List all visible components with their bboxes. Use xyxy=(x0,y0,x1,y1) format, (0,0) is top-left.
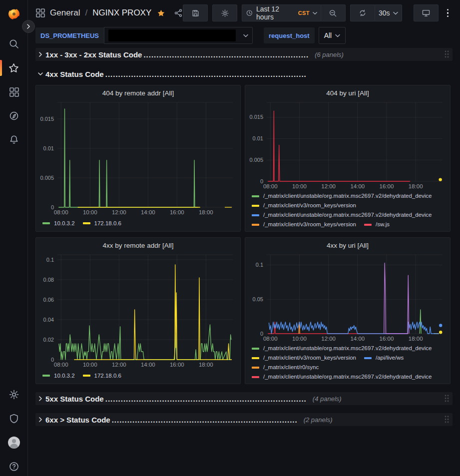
y-axis-label: 0.015 xyxy=(249,114,263,120)
row-header-4xx[interactable]: 4xx Status Code ........................… xyxy=(35,67,453,80)
refresh-button[interactable] xyxy=(350,4,375,21)
legend-swatch xyxy=(252,214,259,216)
row-drag-handle[interactable] xyxy=(444,394,450,403)
save-dashboard-button[interactable] xyxy=(183,4,208,21)
row-title: 4xx Status Code xyxy=(45,70,104,78)
chevron-down-icon xyxy=(313,11,317,15)
x-axis-label: 16:00 xyxy=(380,183,394,189)
sidebar-item-alerting[interactable] xyxy=(0,128,27,152)
legend-swatch xyxy=(364,357,372,359)
timeseries-chart[interactable]: 00.0050.010.01508:0010:0012:0014:0016:00… xyxy=(248,99,448,190)
sidebar xyxy=(0,0,28,476)
legend-label: 10.0.3.2 xyxy=(54,371,75,381)
sidebar-expand-button[interactable] xyxy=(22,20,35,33)
row-header-1xx[interactable]: 1xx - 3xx - 2xx Status Code ............… xyxy=(35,48,453,61)
y-axis-label: 0.01 xyxy=(253,135,263,141)
row-drag-handle[interactable] xyxy=(444,415,450,424)
legend-item[interactable]: /_matrix/client/unstable/org.matrix.msc2… xyxy=(252,210,432,220)
legend-item[interactable]: /_matrix/client/unstable/org.matrix.msc2… xyxy=(252,191,432,201)
x-axis-label: 12:00 xyxy=(321,183,336,189)
row-header-6xx[interactable]: 6xx > Status Code ......................… xyxy=(35,413,453,426)
legend-item[interactable]: 172.18.0.6 xyxy=(83,370,121,382)
sidebar-item-help[interactable] xyxy=(0,455,27,476)
variable-selected-value: All xyxy=(324,31,332,39)
refresh-interval-label: 30s xyxy=(379,9,390,17)
x-axis-label: 16:00 xyxy=(170,209,184,215)
chevron-down-icon xyxy=(335,34,340,37)
dashboard-settings-button[interactable] xyxy=(212,4,237,21)
chart-svg: 00.020.040.060.080.108:0010:0012:0014:00… xyxy=(38,252,238,369)
row-header-5xx[interactable]: 5xx Status Code ........................… xyxy=(35,392,453,405)
row-title: 6xx > Status Code xyxy=(45,416,110,424)
share-icon[interactable] xyxy=(174,8,183,17)
x-axis-label: 16:00 xyxy=(170,362,184,368)
sidebar-item-dashboards[interactable] xyxy=(0,80,27,104)
variable-value-request-host[interactable]: All xyxy=(319,27,346,44)
sidebar-item-configuration[interactable] xyxy=(0,383,27,407)
legend-label: /_matrix/client/v3/room_keys/version xyxy=(263,220,356,229)
row-leader-dots: ........................................… xyxy=(143,50,309,59)
x-axis-label: 14:00 xyxy=(141,362,155,368)
x-axis-label: 14:00 xyxy=(350,183,365,189)
y-axis-label: 0.1 xyxy=(256,262,263,268)
breadcrumb-folder[interactable]: General xyxy=(50,8,80,18)
legend-item[interactable]: /sw.js xyxy=(364,220,390,229)
timeseries-chart[interactable]: 00.050.108:0010:0012:0014:0016:0018:00 xyxy=(248,252,448,343)
legend-item[interactable]: /_matrix/client/v3/room_keys/version xyxy=(252,220,356,229)
timeseries-chart[interactable]: 00.020.040.060.080.108:0010:0012:0014:00… xyxy=(38,252,238,369)
series-line xyxy=(269,322,439,334)
legend-label: /_matrix/client/v3/room_keys/version xyxy=(263,353,356,363)
refresh-interval-dropdown[interactable]: 30s xyxy=(375,4,402,21)
drag-handle-icon xyxy=(444,50,450,58)
timeseries-chart[interactable]: 00.0050.010.01508:0010:0012:0014:0016:00… xyxy=(38,99,238,216)
chart-svg: 00.0050.010.01508:0010:0012:0014:0016:00… xyxy=(38,99,238,216)
x-axis-label: 10:00 xyxy=(83,362,97,368)
legend-item[interactable]: 10.0.3.2 xyxy=(42,370,75,382)
row-panel-count: (6 panels) xyxy=(315,51,344,58)
legend-label: /_matrix/client/unstable/org.matrix.msc2… xyxy=(263,191,432,201)
clock-icon xyxy=(246,9,253,17)
more-options-menu[interactable] xyxy=(443,9,453,17)
panel-title[interactable]: 404 by uri [All] xyxy=(248,87,448,99)
legend-label: 172.18.0.6 xyxy=(94,219,121,228)
panel-title[interactable]: 404 by remote addr [All] xyxy=(38,87,238,99)
sidebar-item-profile[interactable] xyxy=(0,431,27,455)
help-icon xyxy=(8,461,19,472)
breadcrumb-dashboard-title[interactable]: NGINX PROXY xyxy=(92,8,151,18)
sidebar-item-server-admin[interactable] xyxy=(0,407,27,431)
chart-svg: 00.050.108:0010:0012:0014:0016:0018:00 xyxy=(248,252,448,343)
legend-item[interactable]: 10.0.3.2 xyxy=(42,217,75,229)
legend-item[interactable]: 172.18.0.6 xyxy=(83,217,121,229)
legend-item[interactable]: /_matrix/client/r0/sync xyxy=(252,363,319,372)
favorite-star-icon[interactable] xyxy=(157,9,165,17)
x-axis-label: 18:00 xyxy=(409,183,423,189)
row-panel-count: (2 panels) xyxy=(304,416,333,424)
legend-item[interactable]: /_matrix/client/v3/room_keys/version xyxy=(252,201,356,210)
x-axis-label: 18:00 xyxy=(199,362,213,368)
legend-item[interactable]: /api/live/ws xyxy=(364,353,404,363)
sidebar-item-explore[interactable] xyxy=(0,104,27,128)
legend-swatch xyxy=(252,205,259,207)
time-range-picker[interactable]: Last 12 hours CST xyxy=(242,4,321,21)
variable-value-ds-prometheus[interactable] xyxy=(104,27,253,44)
y-axis-label: 0.05 xyxy=(253,296,263,302)
y-axis-label: 0.02 xyxy=(43,337,54,343)
legend-swatch xyxy=(42,375,50,377)
zoom-out-time-button[interactable] xyxy=(321,4,346,21)
legend-item[interactable]: /_matrix/client/unstable/org.matrix.msc2… xyxy=(252,344,432,353)
row-drag-handle[interactable] xyxy=(444,50,450,58)
series-line xyxy=(59,325,231,360)
legend-swatch xyxy=(83,222,90,224)
legend-item[interactable]: /_matrix/client/unstable/org.matrix.msc2… xyxy=(252,372,432,382)
legend-item[interactable]: /_matrix/client/v3/room_keys/version xyxy=(252,353,356,363)
y-axis-label: 0.005 xyxy=(249,157,263,163)
panel-title[interactable]: 4xx by remote addr [All] xyxy=(38,240,238,252)
legend-swatch xyxy=(252,357,259,359)
variables-row: DS_PROMETHEUS request_host All xyxy=(28,26,460,45)
sidebar-item-starred[interactable] xyxy=(0,56,27,80)
cycle-view-mode-button[interactable] xyxy=(414,4,439,21)
panel-title[interactable]: 4xx by uri [All] xyxy=(248,240,448,252)
sidebar-item-search[interactable] xyxy=(0,32,27,56)
legend-label: /sw.js xyxy=(376,220,390,229)
chart-legend: /_matrix/client/unstable/org.matrix.msc2… xyxy=(248,190,448,229)
